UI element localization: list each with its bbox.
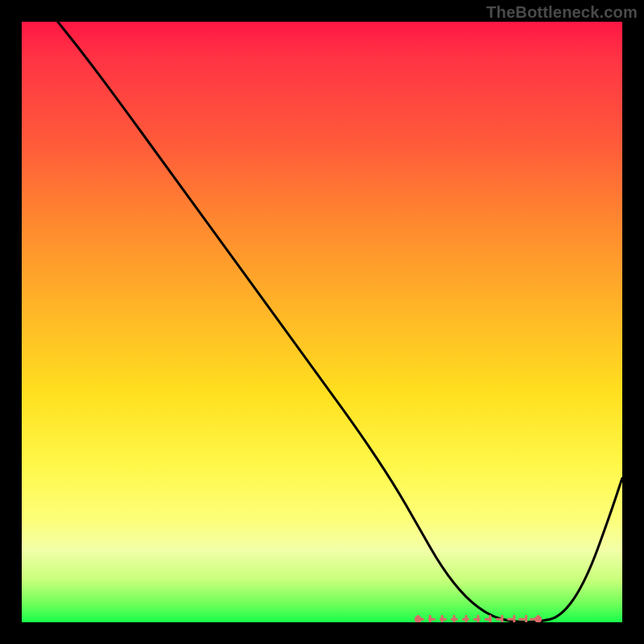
plot-area xyxy=(22,22,622,622)
watermark-text: TheBottleneck.com xyxy=(486,3,638,22)
curve-group xyxy=(58,22,622,622)
bottleneck-curve xyxy=(58,22,622,622)
curve-svg xyxy=(22,22,622,622)
min-end-dot xyxy=(535,616,542,622)
min-end-dot xyxy=(415,616,422,622)
chart-frame: TheBottleneck.com xyxy=(0,0,644,644)
